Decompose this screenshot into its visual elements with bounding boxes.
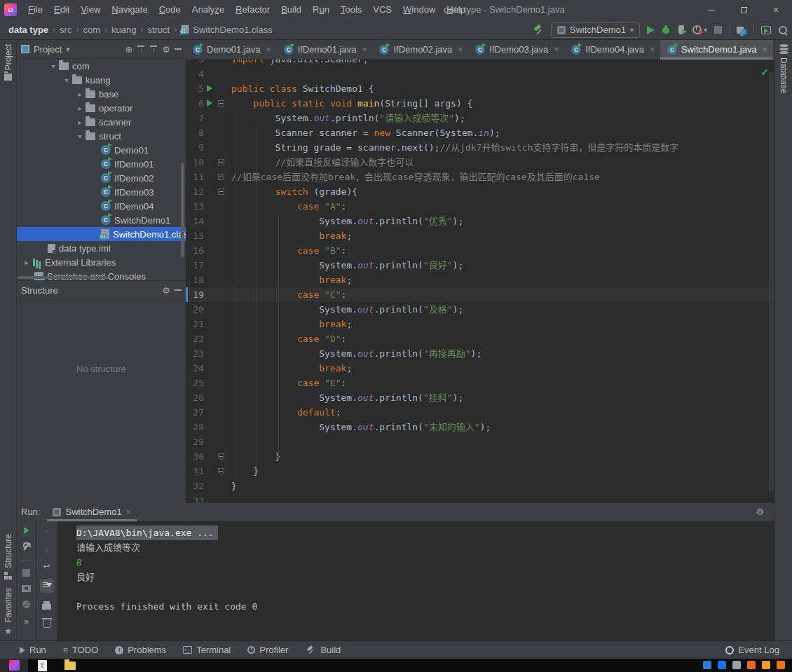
menu-code[interactable]: Code (153, 0, 186, 20)
search-everywhere-button[interactable] (778, 25, 788, 35)
tree-item-kuang[interactable]: ▾kuang (17, 73, 186, 87)
attach-debugger-icon[interactable] (22, 601, 30, 608)
tray-gray-app-icon[interactable] (732, 661, 741, 669)
debug-button[interactable] (662, 25, 670, 34)
run-settings-gear-icon[interactable]: ⚙ (756, 507, 764, 516)
up-stack-trace-icon[interactable]: ↑ (44, 527, 49, 536)
run-tab-close-icon[interactable]: × (126, 507, 131, 517)
scroll-to-end-button[interactable] (40, 579, 54, 593)
menu-vcs[interactable]: VCS (367, 0, 397, 20)
breadcrumb-item[interactable]: kuang (110, 25, 137, 35)
tray-bluetooth-icon[interactable] (718, 661, 726, 669)
chevron-right-icon[interactable]: ▸ (21, 259, 32, 266)
menu-tools[interactable]: Tools (335, 0, 367, 20)
fold-region-icon[interactable] (218, 174, 224, 180)
tree-item-struct[interactable]: ▾struct (17, 129, 186, 143)
tree-item-switchdemo1-class[interactable]: SwitchDemo1.class (17, 227, 186, 241)
tree-item-switchdemo1[interactable]: CSwitchDemo1 (17, 213, 186, 227)
tree-item-com[interactable]: ▾com (17, 59, 186, 73)
menu-run[interactable]: Run (307, 0, 335, 20)
expand-all-icon[interactable]: ↓ (137, 45, 145, 53)
run-button[interactable] (647, 26, 655, 34)
tray-grid-app-icon[interactable] (703, 661, 711, 669)
hide-panel-icon[interactable] (175, 48, 182, 50)
tree-item-external-libraries[interactable]: ▸External Libraries (17, 255, 186, 269)
fold-region-icon[interactable] (218, 100, 224, 107)
statusbar-run-button[interactable]: Run (11, 641, 55, 659)
fold-region-icon[interactable] (218, 159, 224, 165)
tree-item-scanner[interactable]: ▸scanner (17, 115, 186, 129)
chevron-down-icon[interactable]: ▾ (61, 76, 72, 84)
run-line-icon[interactable] (207, 100, 212, 107)
project-settings-gear-icon[interactable]: ⚙ (162, 45, 170, 54)
structure-settings-gear-icon[interactable]: ⚙ (162, 286, 170, 295)
run-console[interactable]: D:\JAVA8\bin\java.exe ...请输入成绩等次B良好 Proc… (57, 521, 792, 640)
statusbar-problems-button[interactable]: !Problems (107, 641, 175, 659)
sidebar-tab-favorites[interactable]: Favorites ★ (0, 584, 16, 640)
inspection-ok-icon[interactable]: ✓ (760, 67, 769, 78)
build-hammer-icon[interactable] (533, 25, 544, 36)
rerun-button[interactable] (24, 527, 29, 534)
tab-close-icon[interactable]: × (763, 45, 767, 55)
fold-end-icon[interactable] (218, 468, 224, 474)
statusbar-terminal-button[interactable]: ›_Terminal (175, 641, 239, 659)
minimize-button[interactable] (695, 0, 728, 20)
profiler-button[interactable] (692, 25, 702, 34)
run-configuration-select[interactable]: SwitchDemo1 ▾ (551, 22, 640, 38)
sidebar-tab-project[interactable]: Project (0, 40, 16, 85)
tree-item-ifdemo02[interactable]: CIfDemo02 (17, 171, 186, 185)
editor-tab-ifdemo02-java[interactable]: CIfDemo02.java× (372, 40, 468, 59)
close-button[interactable]: × (760, 0, 792, 20)
breadcrumb-item[interactable]: com (81, 25, 102, 35)
chevron-right-icon[interactable]: ▸ (74, 104, 86, 112)
tab-close-icon[interactable]: × (554, 45, 559, 55)
profiler-chevron-icon[interactable]: ▾ (704, 26, 707, 34)
menu-navigate[interactable]: Navigate (106, 0, 153, 20)
editor-tab-ifdemo03-java[interactable]: CIfDemo03.java× (468, 40, 564, 59)
tree-item-ifdemo04[interactable]: CIfDemo04 (17, 199, 186, 213)
tray-orange-app-3-icon[interactable] (777, 661, 785, 669)
chevron-right-icon[interactable]: ▸ (74, 118, 86, 126)
editor-tab-switchdemo1-java[interactable]: CSwitchDemo1.java× (660, 40, 773, 59)
soft-wrap-icon[interactable]: ↩ (43, 562, 50, 570)
run-window-button[interactable] (761, 26, 771, 34)
taskbar-app-intellij[interactable] (0, 659, 28, 672)
menu-file[interactable]: File (22, 0, 48, 20)
run-tab[interactable]: SwitchDemo1 × (47, 503, 136, 521)
stop-process-button[interactable] (22, 569, 30, 577)
maximize-button[interactable] (728, 0, 760, 20)
breadcrumb-item[interactable]: SwitchDemo1.class (179, 25, 273, 35)
menu-build[interactable]: Build (275, 0, 307, 20)
menu-view[interactable]: View (75, 0, 106, 20)
statusbar-profiler-button[interactable]: Profiler (239, 641, 296, 659)
tab-close-icon[interactable]: × (458, 45, 463, 55)
menu-edit[interactable]: Edit (48, 0, 75, 20)
code-editor[interactable]: 3import java.util.Scanner;45public class… (186, 60, 774, 503)
locate-file-icon[interactable]: ⊕ (125, 45, 132, 54)
breadcrumb-item[interactable]: data type (7, 25, 50, 35)
stop-button[interactable] (714, 26, 722, 34)
more-actions-icon[interactable]: » (24, 617, 29, 626)
editor-tab-ifdemo04-java[interactable]: CIfDemo04.java× (564, 40, 660, 59)
taskbar-app-notepad[interactable]: T (28, 659, 56, 672)
tray-orange-app-1-icon[interactable] (747, 661, 756, 669)
down-stack-trace-icon[interactable]: ↓ (44, 544, 49, 554)
chevron-right-icon[interactable]: ▸ (74, 90, 86, 98)
collapse-all-icon[interactable]: ↑ (149, 45, 158, 53)
chevron-down-icon[interactable]: ▾ (48, 62, 59, 70)
menu-analyze[interactable]: Analyze (186, 0, 230, 20)
editor-vscrollbar[interactable] (769, 71, 774, 492)
clear-console-icon[interactable] (43, 620, 50, 628)
tree-item-operator[interactable]: ▸operator (17, 101, 186, 115)
project-tree-vscrollbar[interactable] (181, 163, 184, 257)
tree-item-ifdemo03[interactable]: CIfDemo03 (17, 185, 186, 199)
menu-refactor[interactable]: Refactor (230, 0, 275, 20)
tree-item-data-type-iml[interactable]: data type.iml (17, 241, 186, 255)
chevron-down-icon[interactable]: ▾ (74, 132, 86, 140)
menu-window[interactable]: Window (397, 0, 441, 20)
sidebar-tab-structure[interactable]: Structure (0, 530, 16, 584)
sidebar-tab-database[interactable]: Database (775, 40, 792, 97)
tree-item-ifdemo01[interactable]: CIfDemo01 (17, 157, 186, 171)
tree-item-base[interactable]: ▸base (17, 87, 186, 101)
taskbar-app-explorer[interactable] (56, 659, 84, 672)
